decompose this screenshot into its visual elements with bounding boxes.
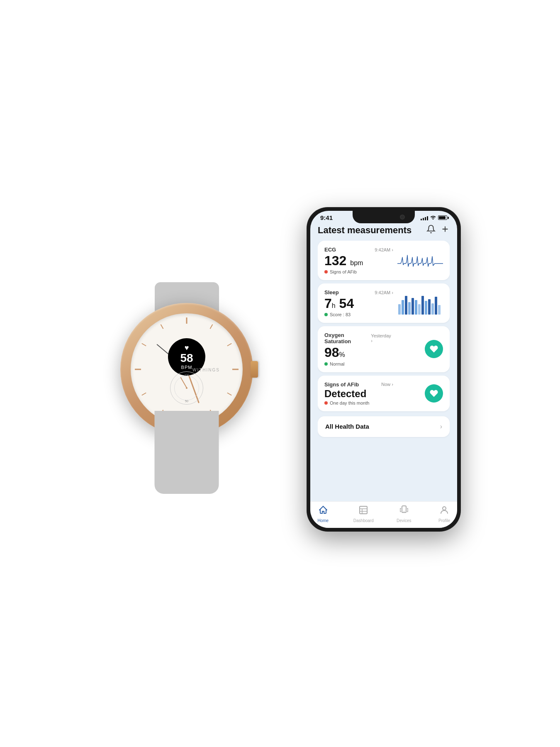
- ecg-label-row: ECG 9:42AM ›: [324, 247, 393, 253]
- watch-brand-label: WITHINGS: [192, 368, 220, 372]
- sub-dial-ring: 100 50: [170, 371, 203, 405]
- bottom-nav: Home Dashboard Devices: [310, 501, 457, 528]
- all-health-text: All Health Data: [325, 423, 369, 430]
- svg-rect-27: [431, 303, 434, 315]
- svg-point-35: [404, 511, 404, 512]
- oxygen-card[interactable]: Oxygen Saturation Yesterday › 98% Normal: [318, 326, 450, 372]
- ecg-status: Signs of AFib: [324, 269, 393, 274]
- oxygen-label-row: Oxygen Saturation Yesterday ›: [324, 332, 393, 344]
- sub-dial-50: 50: [185, 400, 188, 403]
- battery-icon: [438, 215, 447, 220]
- svg-rect-30: [360, 506, 367, 514]
- oxygen-value: 98%: [324, 345, 393, 360]
- afib-status-dot: [324, 401, 328, 405]
- signal-bar-4: [427, 216, 428, 220]
- app-content: Latest measurements: [310, 223, 457, 522]
- oxygen-label: Oxygen Saturation: [324, 332, 371, 344]
- svg-rect-29: [438, 305, 441, 315]
- wifi-icon: [430, 215, 436, 221]
- svg-rect-19: [405, 296, 407, 315]
- app-header: Latest measurements: [318, 223, 450, 241]
- svg-line-1: [210, 325, 213, 329]
- watch-container: ♥ 58 BPM 100 50 WITHINGS: [100, 278, 274, 494]
- signal-bar-2: [423, 218, 424, 220]
- bell-icon[interactable]: [426, 225, 436, 236]
- status-time: 9:41: [320, 214, 333, 221]
- afib-card-left: Signs of AFib Now › Detected One day thi…: [324, 381, 393, 405]
- page-title: Latest measurements: [318, 225, 411, 236]
- svg-rect-18: [402, 300, 404, 315]
- sleep-card[interactable]: Sleep 9:42AM › 7h 54 Score : 83: [318, 283, 450, 323]
- header-icons: [426, 225, 450, 236]
- afib-icon-area: [397, 382, 443, 405]
- status-icons: [421, 215, 447, 221]
- svg-rect-26: [428, 299, 431, 315]
- afib-label-row: Signs of AFib Now ›: [324, 381, 393, 388]
- watch-bpm-label: BPM: [181, 365, 192, 370]
- svg-line-11: [161, 325, 163, 329]
- nav-home[interactable]: Home: [310, 505, 343, 523]
- nav-dashboard[interactable]: Dashboard: [343, 505, 384, 523]
- oxygen-icon-area: [397, 338, 443, 361]
- svg-rect-22: [415, 300, 417, 315]
- profile-icon: [439, 505, 449, 518]
- sleep-time: 9:42AM ›: [375, 290, 393, 295]
- sleep-label-row: Sleep 9:42AM ›: [324, 289, 393, 295]
- sleep-card-left: Sleep 9:42AM › 7h 54 Score : 83: [324, 289, 393, 317]
- svg-line-10: [142, 344, 146, 346]
- watch-crown: [251, 361, 258, 378]
- svg-rect-24: [421, 296, 424, 315]
- ecg-label: ECG: [324, 247, 336, 253]
- sleep-status: Score : 83: [324, 312, 393, 317]
- afib-status-text: One day this month: [330, 400, 369, 405]
- sleep-label: Sleep: [324, 289, 339, 295]
- watch-face: ♥ 58 BPM 100 50 WITHINGS: [131, 313, 243, 425]
- afib-value: Detected: [324, 388, 393, 399]
- sleep-value: 7h 54: [324, 296, 393, 311]
- svg-line-4: [227, 393, 231, 395]
- all-health-data-row[interactable]: All Health Data ›: [318, 416, 450, 437]
- camera-dot: [400, 215, 405, 220]
- oxygen-status: Normal: [324, 361, 393, 366]
- nav-devices[interactable]: Devices: [384, 505, 424, 523]
- phone-outer: 9:41: [307, 208, 460, 531]
- svg-rect-17: [398, 304, 401, 315]
- afib-card[interactable]: Signs of AFib Now › Detected One day thi…: [318, 376, 450, 411]
- svg-rect-25: [425, 301, 427, 315]
- ecg-status-text: Signs of AFib: [330, 269, 357, 274]
- ecg-time: 9:42AM ›: [375, 247, 393, 252]
- afib-label: Signs of AFib: [324, 381, 359, 388]
- svg-rect-23: [418, 304, 421, 315]
- chevron-right-icon: ›: [440, 423, 442, 430]
- svg-rect-21: [411, 298, 414, 315]
- sub-dial-100: 100: [184, 374, 189, 376]
- signal-bar-3: [425, 217, 426, 220]
- sleep-status-dot: [324, 313, 328, 316]
- sleep-status-text: Score : 83: [330, 312, 351, 317]
- svg-point-36: [443, 507, 446, 510]
- sleep-chart: [397, 292, 443, 315]
- devices-icon: [399, 505, 409, 518]
- phone-container: 9:41: [307, 208, 460, 531]
- ecg-card[interactable]: ECG 9:42AM › 132 bpm Signs of AFib: [318, 241, 450, 280]
- battery-fill: [439, 216, 446, 219]
- svg-rect-28: [435, 297, 437, 315]
- nav-profile[interactable]: Profile: [424, 505, 458, 523]
- main-scene: ♥ 58 BPM 100 50 WITHINGS: [0, 0, 560, 747]
- sub-dial: 100 50: [170, 371, 203, 405]
- afib-heart-icon: [425, 384, 443, 403]
- oxygen-status-dot: [324, 362, 328, 366]
- svg-line-2: [227, 344, 231, 346]
- devices-label: Devices: [397, 518, 411, 523]
- afib-status: One day this month: [324, 400, 393, 405]
- ecg-card-left: ECG 9:42AM › 132 bpm Signs of AFib: [324, 247, 393, 274]
- profile-label: Profile: [438, 518, 450, 523]
- heart-icon: ♥: [185, 344, 189, 352]
- oxygen-card-left: Oxygen Saturation Yesterday › 98% Normal: [324, 332, 393, 366]
- phone-screen: 9:41: [310, 211, 457, 528]
- phone-notch: [353, 211, 415, 223]
- ecg-chart: [397, 249, 443, 272]
- oxygen-heart-icon: [425, 340, 443, 358]
- watch-bpm: 58: [180, 352, 193, 364]
- plus-icon[interactable]: [441, 225, 450, 236]
